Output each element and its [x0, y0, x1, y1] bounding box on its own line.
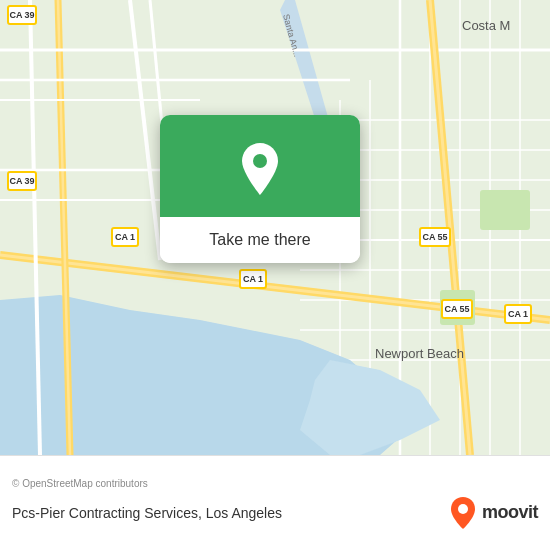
svg-text:CA 39: CA 39 — [9, 10, 34, 20]
bottom-content: Pcs-Pier Contracting Services, Los Angel… — [12, 497, 538, 529]
location-pin-icon — [238, 143, 282, 195]
moovit-text: moovit — [482, 502, 538, 523]
attribution-text: © OpenStreetMap contributors — [12, 478, 538, 489]
moovit-logo: moovit — [449, 497, 538, 529]
svg-text:Newport Beach: Newport Beach — [375, 346, 464, 361]
map-container: Newport Beach Costa M CA 39 CA 39 CA 1 C… — [0, 0, 550, 455]
svg-text:CA 1: CA 1 — [508, 309, 528, 319]
moovit-pin-icon — [449, 497, 477, 529]
take-me-there-button[interactable]: Take me there — [160, 217, 360, 263]
svg-text:CA 55: CA 55 — [444, 304, 469, 314]
popup-green-area — [160, 115, 360, 217]
svg-text:CA 39: CA 39 — [9, 176, 34, 186]
svg-rect-34 — [480, 190, 530, 230]
svg-point-53 — [253, 154, 267, 168]
svg-text:CA 1: CA 1 — [115, 232, 135, 242]
svg-text:CA 55: CA 55 — [422, 232, 447, 242]
place-info: Pcs-Pier Contracting Services, Los Angel… — [12, 505, 282, 521]
svg-text:CA 1: CA 1 — [243, 274, 263, 284]
popup-card: Take me there — [160, 115, 360, 263]
bottom-bar: © OpenStreetMap contributors Pcs-Pier Co… — [0, 455, 550, 550]
svg-text:Costa M: Costa M — [462, 18, 510, 33]
svg-point-54 — [458, 504, 468, 514]
